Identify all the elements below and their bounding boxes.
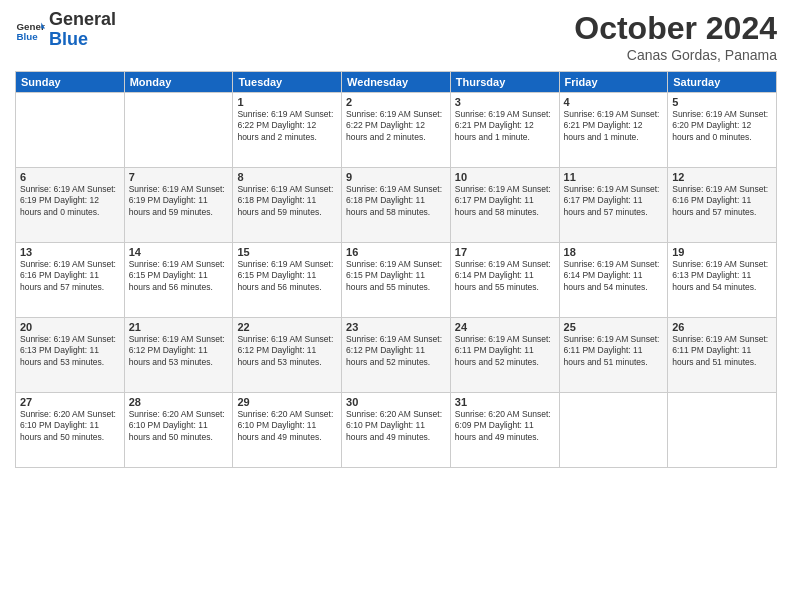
logo-general: General: [49, 10, 116, 30]
cell-info: Sunrise: 6:19 AM Sunset: 6:18 PM Dayligh…: [346, 184, 446, 218]
day-number: 8: [237, 171, 337, 183]
day-number: 15: [237, 246, 337, 258]
cell-info: Sunrise: 6:19 AM Sunset: 6:20 PM Dayligh…: [672, 109, 772, 143]
day-number: 26: [672, 321, 772, 333]
header: General Blue General Blue October 2024 C…: [15, 10, 777, 63]
day-number: 23: [346, 321, 446, 333]
cell-info: Sunrise: 6:20 AM Sunset: 6:10 PM Dayligh…: [346, 409, 446, 443]
calendar-cell: 21Sunrise: 6:19 AM Sunset: 6:12 PM Dayli…: [124, 318, 233, 393]
calendar-cell: 9Sunrise: 6:19 AM Sunset: 6:18 PM Daylig…: [342, 168, 451, 243]
cell-info: Sunrise: 6:20 AM Sunset: 6:10 PM Dayligh…: [20, 409, 120, 443]
calendar-cell: [559, 393, 668, 468]
calendar-cell: 20Sunrise: 6:19 AM Sunset: 6:13 PM Dayli…: [16, 318, 125, 393]
day-number: 2: [346, 96, 446, 108]
day-number: 16: [346, 246, 446, 258]
cell-info: Sunrise: 6:19 AM Sunset: 6:14 PM Dayligh…: [455, 259, 555, 293]
calendar-cell: 14Sunrise: 6:19 AM Sunset: 6:15 PM Dayli…: [124, 243, 233, 318]
week-row-1: 1Sunrise: 6:19 AM Sunset: 6:22 PM Daylig…: [16, 93, 777, 168]
calendar-cell: 3Sunrise: 6:19 AM Sunset: 6:21 PM Daylig…: [450, 93, 559, 168]
cell-info: Sunrise: 6:19 AM Sunset: 6:13 PM Dayligh…: [672, 259, 772, 293]
cell-info: Sunrise: 6:19 AM Sunset: 6:15 PM Dayligh…: [129, 259, 229, 293]
day-number: 12: [672, 171, 772, 183]
logo-text: General Blue: [49, 10, 116, 50]
calendar-cell: 7Sunrise: 6:19 AM Sunset: 6:19 PM Daylig…: [124, 168, 233, 243]
weekday-header: SundayMondayTuesdayWednesdayThursdayFrid…: [16, 72, 777, 93]
cell-info: Sunrise: 6:19 AM Sunset: 6:15 PM Dayligh…: [237, 259, 337, 293]
calendar-cell: 28Sunrise: 6:20 AM Sunset: 6:10 PM Dayli…: [124, 393, 233, 468]
weekday-tuesday: Tuesday: [233, 72, 342, 93]
calendar-cell: 19Sunrise: 6:19 AM Sunset: 6:13 PM Dayli…: [668, 243, 777, 318]
month-title: October 2024: [574, 10, 777, 47]
weekday-sunday: Sunday: [16, 72, 125, 93]
day-number: 9: [346, 171, 446, 183]
calendar-cell: 17Sunrise: 6:19 AM Sunset: 6:14 PM Dayli…: [450, 243, 559, 318]
cell-info: Sunrise: 6:19 AM Sunset: 6:19 PM Dayligh…: [129, 184, 229, 218]
weekday-saturday: Saturday: [668, 72, 777, 93]
day-number: 24: [455, 321, 555, 333]
cell-info: Sunrise: 6:19 AM Sunset: 6:12 PM Dayligh…: [237, 334, 337, 368]
day-number: 3: [455, 96, 555, 108]
week-row-3: 13Sunrise: 6:19 AM Sunset: 6:16 PM Dayli…: [16, 243, 777, 318]
logo-blue: Blue: [49, 30, 116, 50]
cell-info: Sunrise: 6:19 AM Sunset: 6:11 PM Dayligh…: [564, 334, 664, 368]
location: Canas Gordas, Panama: [574, 47, 777, 63]
calendar-cell: 24Sunrise: 6:19 AM Sunset: 6:11 PM Dayli…: [450, 318, 559, 393]
calendar-cell: [668, 393, 777, 468]
calendar-cell: 31Sunrise: 6:20 AM Sunset: 6:09 PM Dayli…: [450, 393, 559, 468]
day-number: 28: [129, 396, 229, 408]
day-number: 25: [564, 321, 664, 333]
logo: General Blue General Blue: [15, 10, 116, 50]
logo-icon: General Blue: [15, 15, 45, 45]
calendar-cell: [124, 93, 233, 168]
calendar-cell: 10Sunrise: 6:19 AM Sunset: 6:17 PM Dayli…: [450, 168, 559, 243]
calendar-cell: 13Sunrise: 6:19 AM Sunset: 6:16 PM Dayli…: [16, 243, 125, 318]
cell-info: Sunrise: 6:19 AM Sunset: 6:16 PM Dayligh…: [672, 184, 772, 218]
calendar-cell: 23Sunrise: 6:19 AM Sunset: 6:12 PM Dayli…: [342, 318, 451, 393]
day-number: 13: [20, 246, 120, 258]
cell-info: Sunrise: 6:19 AM Sunset: 6:21 PM Dayligh…: [564, 109, 664, 143]
title-block: October 2024 Canas Gordas, Panama: [574, 10, 777, 63]
day-number: 27: [20, 396, 120, 408]
calendar-cell: 8Sunrise: 6:19 AM Sunset: 6:18 PM Daylig…: [233, 168, 342, 243]
day-number: 6: [20, 171, 120, 183]
day-number: 11: [564, 171, 664, 183]
cell-info: Sunrise: 6:19 AM Sunset: 6:21 PM Dayligh…: [455, 109, 555, 143]
cell-info: Sunrise: 6:19 AM Sunset: 6:14 PM Dayligh…: [564, 259, 664, 293]
calendar-cell: 25Sunrise: 6:19 AM Sunset: 6:11 PM Dayli…: [559, 318, 668, 393]
day-number: 20: [20, 321, 120, 333]
calendar: SundayMondayTuesdayWednesdayThursdayFrid…: [15, 71, 777, 468]
day-number: 1: [237, 96, 337, 108]
cell-info: Sunrise: 6:19 AM Sunset: 6:12 PM Dayligh…: [129, 334, 229, 368]
svg-text:Blue: Blue: [17, 31, 39, 42]
calendar-cell: 16Sunrise: 6:19 AM Sunset: 6:15 PM Dayli…: [342, 243, 451, 318]
weekday-monday: Monday: [124, 72, 233, 93]
day-number: 21: [129, 321, 229, 333]
cell-info: Sunrise: 6:19 AM Sunset: 6:22 PM Dayligh…: [346, 109, 446, 143]
cell-info: Sunrise: 6:19 AM Sunset: 6:11 PM Dayligh…: [672, 334, 772, 368]
cell-info: Sunrise: 6:19 AM Sunset: 6:19 PM Dayligh…: [20, 184, 120, 218]
day-number: 14: [129, 246, 229, 258]
cell-info: Sunrise: 6:19 AM Sunset: 6:12 PM Dayligh…: [346, 334, 446, 368]
week-row-4: 20Sunrise: 6:19 AM Sunset: 6:13 PM Dayli…: [16, 318, 777, 393]
cell-info: Sunrise: 6:20 AM Sunset: 6:10 PM Dayligh…: [129, 409, 229, 443]
cell-info: Sunrise: 6:19 AM Sunset: 6:17 PM Dayligh…: [564, 184, 664, 218]
calendar-cell: 12Sunrise: 6:19 AM Sunset: 6:16 PM Dayli…: [668, 168, 777, 243]
week-row-5: 27Sunrise: 6:20 AM Sunset: 6:10 PM Dayli…: [16, 393, 777, 468]
calendar-cell: 27Sunrise: 6:20 AM Sunset: 6:10 PM Dayli…: [16, 393, 125, 468]
calendar-cell: 15Sunrise: 6:19 AM Sunset: 6:15 PM Dayli…: [233, 243, 342, 318]
calendar-cell: 18Sunrise: 6:19 AM Sunset: 6:14 PM Dayli…: [559, 243, 668, 318]
day-number: 7: [129, 171, 229, 183]
cell-info: Sunrise: 6:19 AM Sunset: 6:13 PM Dayligh…: [20, 334, 120, 368]
calendar-cell: 11Sunrise: 6:19 AM Sunset: 6:17 PM Dayli…: [559, 168, 668, 243]
day-number: 22: [237, 321, 337, 333]
calendar-cell: 6Sunrise: 6:19 AM Sunset: 6:19 PM Daylig…: [16, 168, 125, 243]
calendar-cell: 2Sunrise: 6:19 AM Sunset: 6:22 PM Daylig…: [342, 93, 451, 168]
cell-info: Sunrise: 6:19 AM Sunset: 6:22 PM Dayligh…: [237, 109, 337, 143]
calendar-cell: [16, 93, 125, 168]
calendar-cell: 29Sunrise: 6:20 AM Sunset: 6:10 PM Dayli…: [233, 393, 342, 468]
calendar-cell: 5Sunrise: 6:19 AM Sunset: 6:20 PM Daylig…: [668, 93, 777, 168]
calendar-cell: 4Sunrise: 6:19 AM Sunset: 6:21 PM Daylig…: [559, 93, 668, 168]
day-number: 4: [564, 96, 664, 108]
cell-info: Sunrise: 6:19 AM Sunset: 6:17 PM Dayligh…: [455, 184, 555, 218]
day-number: 18: [564, 246, 664, 258]
